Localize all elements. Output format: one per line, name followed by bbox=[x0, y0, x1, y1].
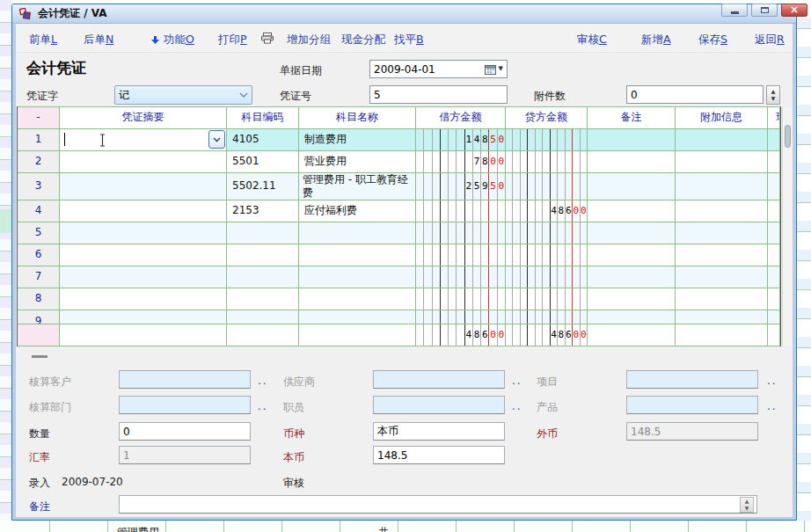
row6-note-cell[interactable] bbox=[588, 244, 676, 266]
row4-summary-cell[interactable] bbox=[60, 200, 227, 222]
row6-no-cell[interactable]: 6 bbox=[18, 244, 60, 266]
toolbar-cash-allocation-button[interactable]: 现金分配 bbox=[341, 33, 385, 47]
row5-note-cell[interactable] bbox=[588, 222, 676, 244]
row5-name-cell[interactable] bbox=[299, 222, 416, 244]
row8-summary-cell[interactable] bbox=[60, 288, 227, 310]
row4-credit-cell[interactable]: 48600 bbox=[506, 200, 588, 222]
date-input[interactable]: 2009-04-01 ▼ bbox=[369, 60, 508, 78]
row4-sliver-cell[interactable] bbox=[768, 200, 780, 222]
row3-summary-cell[interactable] bbox=[60, 173, 227, 200]
toolbar-save-button[interactable]: 保存S bbox=[698, 33, 727, 47]
customer-field[interactable] bbox=[119, 370, 251, 389]
row2-note-cell[interactable] bbox=[588, 151, 676, 173]
row1-name-cell[interactable]: 制造费用 bbox=[299, 129, 416, 151]
row2-code-cell[interactable]: 5501 bbox=[227, 151, 299, 173]
row7-credit-cell[interactable] bbox=[506, 266, 588, 288]
employee-field[interactable] bbox=[373, 396, 505, 414]
restore-button[interactable] bbox=[751, 4, 778, 17]
spin-up-icon[interactable]: ▲ bbox=[745, 499, 749, 504]
employee-browse-button[interactable]: .. bbox=[512, 400, 522, 412]
project-field[interactable] bbox=[626, 370, 758, 389]
titlebar[interactable]: 会计凭证 / VA bbox=[12, 4, 796, 24]
row6-summary-cell[interactable] bbox=[60, 244, 227, 266]
row2-credit-cell[interactable] bbox=[506, 151, 588, 173]
toolbar-audit-button[interactable]: 审核C bbox=[577, 33, 607, 47]
row1-debit-cell[interactable]: 14850 bbox=[416, 129, 506, 151]
department-browse-button[interactable]: .. bbox=[258, 400, 268, 412]
row5-credit-cell[interactable] bbox=[506, 222, 588, 244]
row6-name-cell[interactable] bbox=[299, 244, 416, 266]
row7-sliver-cell[interactable] bbox=[768, 266, 780, 288]
row1-summary-cell[interactable] bbox=[60, 129, 227, 151]
row3-name-cell[interactable]: 管理费用 - 职工教育经费 bbox=[299, 173, 416, 200]
row1-extra-cell[interactable] bbox=[676, 129, 768, 151]
toolbar-functions-button[interactable]: 功能O bbox=[150, 33, 194, 47]
row5-debit-cell[interactable] bbox=[416, 222, 506, 244]
voucher-word-combobox[interactable]: 记 bbox=[114, 85, 252, 105]
project-browse-button[interactable]: .. bbox=[767, 375, 778, 387]
row8-name-cell[interactable] bbox=[299, 288, 416, 310]
row6-sliver-cell[interactable] bbox=[768, 244, 780, 266]
row2-debit-cell[interactable]: 7800 bbox=[416, 151, 506, 173]
row5-extra-cell[interactable] bbox=[676, 222, 768, 244]
row1-no-cell[interactable]: 1 bbox=[18, 129, 60, 151]
toolbar-balance-button[interactable]: 找平B bbox=[394, 33, 424, 47]
row9-code-cell[interactable] bbox=[227, 310, 299, 324]
note-stepper[interactable]: ▲ ▼ bbox=[740, 497, 754, 513]
row3-credit-cell[interactable] bbox=[506, 173, 588, 200]
row2-name-cell[interactable]: 营业费用 bbox=[299, 151, 416, 173]
row3-extra-cell[interactable] bbox=[676, 173, 768, 200]
toolbar-new-button[interactable]: 新增A bbox=[641, 33, 671, 47]
row5-summary-cell[interactable] bbox=[60, 222, 227, 244]
row3-code-cell[interactable]: 5502.11 bbox=[227, 173, 299, 200]
date-dropdown-icon[interactable]: ▼ bbox=[499, 66, 503, 72]
toolbar-print-preview-button[interactable] bbox=[260, 33, 274, 44]
attachments-stepper[interactable]: ▲ ▼ bbox=[766, 85, 780, 105]
note-input[interactable] bbox=[119, 495, 757, 514]
vertical-scrollbar[interactable] bbox=[782, 107, 793, 346]
row7-code-cell[interactable] bbox=[227, 266, 299, 288]
row1-credit-cell[interactable] bbox=[506, 129, 588, 151]
row9-summary-cell[interactable] bbox=[60, 310, 227, 324]
close-button[interactable]: × bbox=[781, 4, 807, 17]
row4-extra-cell[interactable] bbox=[676, 200, 768, 222]
row6-credit-cell[interactable] bbox=[506, 244, 588, 266]
row5-code-cell[interactable] bbox=[227, 222, 299, 244]
row1-note-cell[interactable] bbox=[588, 129, 676, 151]
row3-debit-cell[interactable]: 25950 bbox=[416, 173, 506, 200]
row9-no-cell[interactable]: 9 bbox=[18, 310, 60, 324]
summary-combo-button[interactable] bbox=[208, 130, 225, 149]
row9-extra-cell[interactable] bbox=[676, 310, 768, 324]
row6-debit-cell[interactable] bbox=[416, 244, 506, 266]
row4-debit-cell[interactable] bbox=[416, 200, 506, 222]
row8-note-cell[interactable] bbox=[588, 288, 676, 310]
row8-credit-cell[interactable] bbox=[506, 288, 588, 310]
row7-note-cell[interactable] bbox=[588, 266, 676, 288]
row9-sliver-cell[interactable] bbox=[768, 310, 780, 324]
calendar-icon[interactable] bbox=[485, 64, 496, 75]
supplier-field[interactable] bbox=[373, 370, 505, 389]
spin-up-icon[interactable]: ▲ bbox=[771, 89, 776, 94]
row5-sliver-cell[interactable] bbox=[768, 222, 780, 244]
row7-extra-cell[interactable] bbox=[676, 266, 768, 288]
row2-summary-cell[interactable] bbox=[60, 151, 227, 173]
product-field[interactable] bbox=[626, 396, 758, 414]
attachments-input[interactable]: 0 bbox=[626, 85, 764, 104]
row9-note-cell[interactable] bbox=[588, 310, 676, 324]
row3-no-cell[interactable]: 3 bbox=[18, 173, 60, 200]
voucher-number-input[interactable]: 5 bbox=[369, 85, 508, 104]
spin-down-icon[interactable]: ▼ bbox=[745, 506, 749, 511]
row8-sliver-cell[interactable] bbox=[768, 288, 780, 310]
row8-extra-cell[interactable] bbox=[676, 288, 768, 310]
minimize-button[interactable] bbox=[721, 4, 748, 17]
row6-extra-cell[interactable] bbox=[676, 244, 768, 266]
row6-code-cell[interactable] bbox=[227, 244, 299, 266]
toolbar-add-group-button[interactable]: 增加分组 bbox=[287, 33, 331, 47]
toolbar-next-voucher-button[interactable]: 后单N bbox=[84, 33, 113, 47]
row5-no-cell[interactable]: 5 bbox=[18, 222, 60, 244]
row9-credit-cell[interactable] bbox=[506, 310, 588, 324]
row4-no-cell[interactable]: 4 bbox=[18, 200, 60, 222]
toolbar-prev-voucher-button[interactable]: 前单L bbox=[29, 33, 57, 47]
row7-no-cell[interactable]: 7 bbox=[18, 266, 60, 288]
row7-name-cell[interactable] bbox=[299, 266, 416, 288]
